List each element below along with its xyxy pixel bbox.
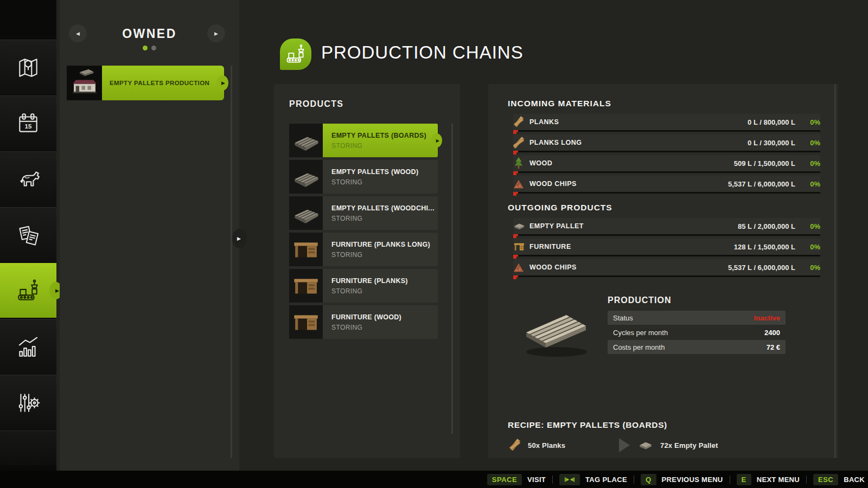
recipe-input-label: 50x Planks: [528, 441, 597, 450]
pallet-thumb-icon: [291, 125, 321, 156]
panel-expander-button[interactable]: ▶: [232, 229, 247, 248]
sidebar-empty-tile: [0, 431, 56, 465]
material-label: EMPTY PALLET: [529, 222, 584, 230]
product-item-furniture-wood[interactable]: FURNITURE (WOOD) STORING: [289, 305, 438, 339]
product-list: EMPTY PALLETS (BOARDS) STORING ▶: [289, 124, 438, 342]
sidebar-item-animals[interactable]: [0, 151, 56, 207]
sidebar-item-production[interactable]: ▶: [0, 263, 56, 318]
outgoing-products-heading: OUTGOING PRODUCTS: [508, 203, 612, 213]
owned-panel: ◀ OWNED ▶: [60, 0, 239, 471]
product-item-empty-pallets-wood[interactable]: EMPTY PALLETS (WOOD) STORING: [289, 160, 438, 194]
material-label: WOOD: [529, 159, 552, 167]
material-value: 0 L / 300,000 L: [748, 139, 795, 147]
product-item-body: EMPTY PALLETS (WOOD) STORING: [323, 160, 438, 194]
selected-arrow-icon: ▶: [436, 138, 439, 143]
desk-thumb-icon: [291, 271, 321, 301]
sidebar-item-calendar[interactable]: 15: [0, 95, 56, 151]
fill-bar: [513, 255, 820, 256]
fill-bar: [513, 275, 820, 277]
hotkey-back[interactable]: ESC BACK: [813, 474, 865, 485]
products-scrollbar[interactable]: [451, 124, 453, 434]
hotkey-tag-place[interactable]: TAG PLACE: [559, 474, 627, 485]
material-label: WOOD CHIPS: [529, 180, 577, 188]
product-name: FURNITURE (PLANKS): [331, 277, 438, 285]
product-item-empty-pallets-woodchips[interactable]: EMPTY PALLETS (WOODCHI... STORING: [289, 196, 438, 230]
owned-item-label-box: EMPTY PALLETS PRODUCTION ▶: [102, 66, 224, 100]
material-percent: 0%: [795, 118, 820, 126]
recipe-output-label: 72x Empty Pallet: [660, 441, 718, 450]
recipe-heading: RECIPE: EMPTY PALLETS (BOARDS): [508, 420, 667, 430]
fill-bar: [513, 234, 820, 236]
product-row-wood-chips: WOOD CHIPS 5,537 L / 6,000,000 L 0%: [513, 259, 820, 280]
product-row-furniture: FURNITURE 128 L / 1,500,000 L 0%: [513, 239, 820, 259]
map-icon: [16, 55, 41, 80]
sidebar-item-map[interactable]: [0, 40, 56, 95]
statistics-icon: [16, 335, 41, 359]
material-percent: 0%: [795, 139, 820, 147]
q-key[interactable]: Q: [641, 474, 656, 485]
product-name: EMPTY PALLETS (BOARDS): [331, 132, 438, 139]
incoming-materials-heading: INCOMING MATERIALS: [508, 99, 611, 108]
production-detail-panel: INCOMING MATERIALS PLANKS 0 L / 800,000 …: [488, 84, 838, 458]
recipe-row: 50x Planks 72x Empty Pallet: [509, 436, 718, 454]
product-item-body: FURNITURE (PLANKS LONG) STORING: [323, 233, 438, 266]
main-menu-sidebar: 15 ▶: [0, 0, 56, 471]
owned-scrollbar[interactable]: [231, 66, 232, 458]
tag-place-key[interactable]: [559, 474, 580, 485]
sidebar-item-contracts[interactable]: [0, 207, 56, 262]
product-item-furniture-planks[interactable]: FURNITURE (PLANKS) STORING: [289, 269, 438, 303]
outgoing-products-list: EMPTY PALLET 85 L / 2,000,000 L 0% FURNI…: [513, 218, 820, 280]
divider: [552, 476, 553, 484]
detail-scrollbar[interactable]: [834, 84, 836, 458]
divider: [730, 476, 730, 484]
esc-key[interactable]: ESC: [813, 474, 838, 485]
hotkey-visit[interactable]: SPACE VISIT: [487, 474, 546, 485]
material-label: PLANKS: [529, 118, 559, 126]
owned-production-item[interactable]: EMPTY PALLETS PRODUCTION ▶: [67, 66, 224, 100]
product-name: FURNITURE (WOOD): [331, 313, 438, 321]
e-key[interactable]: E: [737, 474, 751, 485]
tree-icon: [513, 157, 524, 170]
production-icon: [16, 278, 41, 303]
product-status: STORING: [331, 215, 438, 222]
production-row-cycles: Cycles per month 2400: [608, 325, 786, 339]
hotkey-previous-menu[interactable]: Q PREVIOUS MENU: [641, 474, 723, 485]
product-item-furniture-planks-long[interactable]: FURNITURE (PLANKS LONG) STORING: [289, 233, 438, 266]
pallet-thumb-icon: [291, 162, 321, 192]
material-value: 0 L / 800,000 L: [748, 118, 795, 126]
material-value: 5,537 L / 6,000,000 L: [728, 264, 795, 272]
space-key[interactable]: SPACE: [487, 474, 522, 485]
planks-icon: [513, 115, 524, 129]
production-chains-screen: 15 ▶: [0, 0, 868, 488]
product-item-empty-pallets-boards[interactable]: EMPTY PALLETS (BOARDS) STORING ▶: [289, 124, 438, 157]
products-heading: PRODUCTS: [289, 99, 343, 109]
woodchips-icon: [513, 177, 524, 190]
hotkey-label: PREVIOUS MENU: [662, 476, 723, 484]
material-row-planks: PLANKS 0 L / 800,000 L 0%: [513, 114, 820, 134]
page-dot[interactable]: [151, 46, 156, 50]
page-dot-active[interactable]: [143, 46, 148, 50]
hotkey-next-menu[interactable]: E NEXT MENU: [737, 474, 800, 485]
product-thumbnail: [289, 305, 323, 339]
active-tab-arrow-icon: ▶: [55, 288, 59, 293]
production-chains-badge: [280, 38, 311, 70]
product-status: STORING: [331, 251, 438, 259]
status-value: Inactive: [754, 314, 780, 322]
products-panel: PRODUCTS EMPTY PALLETS (BOARDS): [274, 84, 460, 458]
product-name: FURNITURE (PLANKS LONG): [331, 241, 438, 248]
planks-long-icon: [513, 136, 524, 149]
recipe-arrow-icon: [619, 438, 630, 452]
incoming-materials-list: PLANKS 0 L / 800,000 L 0% PLANKS LONG 0 …: [513, 114, 820, 196]
sidebar-item-settings[interactable]: [0, 375, 56, 430]
pallet-product-image: [520, 307, 592, 365]
product-name: EMPTY PALLETS (WOOD): [331, 168, 438, 176]
product-name: EMPTY PALLETS (WOODCHI...: [331, 204, 438, 212]
material-label: WOOD CHIPS: [529, 264, 577, 271]
owned-next-button[interactable]: ▶: [207, 24, 225, 42]
product-item-body: FURNITURE (WOOD) STORING: [323, 305, 438, 339]
sidebar-item-statistics[interactable]: [0, 319, 56, 374]
hotkey-label: TAG PLACE: [585, 476, 627, 484]
product-thumbnail: [289, 269, 323, 303]
product-status: STORING: [331, 178, 438, 186]
product-status: STORING: [331, 324, 438, 331]
